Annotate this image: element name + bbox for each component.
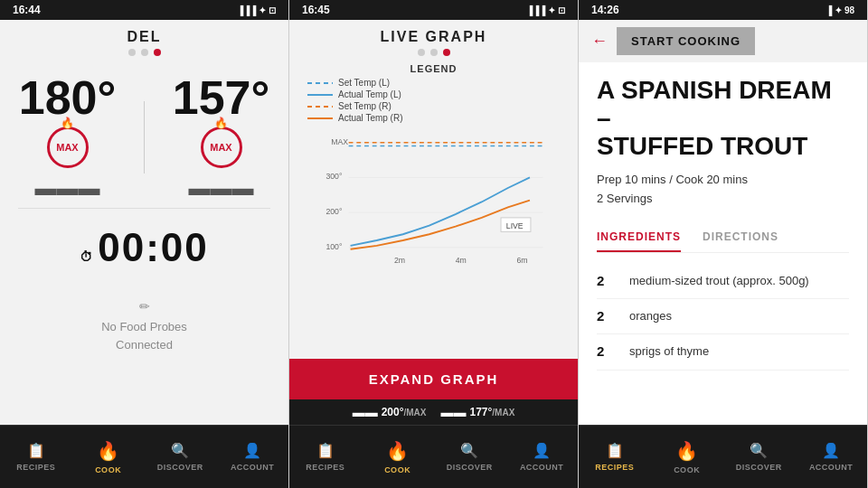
status-icons-2: ▐▐▐ ✦ ⊡ [526,5,565,15]
y-label-100: 100° [326,242,342,251]
nav-discover-2[interactable]: 🔍 DISCOVER [434,426,506,488]
nav-discover-1[interactable]: 🔍 DISCOVER [145,426,217,488]
ingredient-qty-3: 2 [597,343,615,359]
max-badge-right: MAX [201,127,242,168]
screen1-header: DEL [0,20,288,61]
start-cooking-button[interactable]: START COOKING [617,27,755,55]
nav-cook-label-2: COOK [384,465,410,474]
status-icons-3: ▐ ✦ 98 [826,5,854,15]
discover-icon-1: 🔍 [171,442,190,459]
status-bar-2: 16:45 ▐▐▐ ✦ ⊡ [289,0,578,20]
temp-right-block: 157° MAX ▬▬▬ [154,74,288,201]
recipe-meta: Prep 10 mins / Cook 20 mins 2 Servings [597,171,849,209]
nav-account-label-3: ACCOUNT [809,463,854,472]
ingredient-row-2: 2 oranges [597,299,849,334]
live-graph-svg: MAX 300° 200° 100° 2m 4m 6m LIVE [298,134,569,269]
dot-2 [141,49,148,56]
legend-line-4 [307,117,333,119]
x-label-4m: 4m [456,256,467,265]
cook-icon-2: 🔥 [386,440,410,462]
nav-account-label-1: ACCOUNT [231,463,275,472]
graph-area: MAX 300° 200° 100° 2m 4m 6m LIVE [289,130,578,359]
nav-cook-label-3: COOK [674,465,700,474]
temp-left-value: 180° [19,74,117,121]
nav-recipes-3[interactable]: 📋 RECIPES [579,426,651,488]
screen1-dots [0,49,288,56]
tab-ingredients[interactable]: INGREDIENTS [597,223,681,252]
nav-recipes-2[interactable]: 📋 RECIPES [289,426,362,488]
recipe-tabs: INGREDIENTS DIRECTIONS [597,223,849,253]
no-probes-text: ✏ No Food ProbesConnected [0,297,288,353]
readout-left-value: 200°/MAX [382,406,427,418]
status-bar-3: 14:26 ▐ ✦ 98 [579,0,867,20]
recipes-icon-1: 📋 [27,442,46,459]
dot-s2-1 [418,49,425,56]
nav-account-2[interactable]: 👤 ACCOUNT [505,426,578,488]
temp-left-block: 180° MAX ▬▬▬ [0,74,135,201]
y-label-max: MAX [331,137,348,146]
temp-divider [144,101,145,174]
timer-section: ⏱00:00 [18,208,270,279]
dot-3 [154,49,161,56]
legend-item-1: Set Temp (L) [307,78,560,88]
legend-item-3: Set Temp (R) [307,101,560,111]
top-bar: ← START COOKING [579,20,867,62]
legend-item-4: Actual Temp (R) [307,113,560,123]
y-label-300: 300° [326,172,342,181]
account-icon-2: 👤 [533,442,552,459]
nav-discover-label-2: DISCOVER [447,463,493,472]
back-button[interactable]: ← [591,32,608,51]
nav-recipes-label-3: RECIPES [595,463,634,472]
cook-icon-1: 🔥 [97,440,120,462]
legend-title: LEGEND [307,63,560,74]
readout-right-value: 177°/MAX [470,406,515,418]
recipes-icon-3: 📋 [606,442,625,459]
x-label-2m: 2m [394,256,405,265]
bottom-nav-2: 📋 RECIPES 🔥 COOK 🔍 DISCOVER 👤 ACCOUNT [289,425,578,488]
legend-line-1 [307,82,333,84]
ingredient-list: 2 medium-sized trout (approx. 500g) 2 or… [597,264,849,371]
nav-discover-3[interactable]: 🔍 DISCOVER [723,426,796,488]
screen2-title: LIVE GRAPH [289,29,578,45]
legend-line-3 [307,106,333,108]
status-time-2: 16:45 [302,4,330,16]
legend-line-2 [307,94,333,96]
recipe-title: A SPANISH DREAM –STUFFED TROUT [597,77,849,160]
nav-cook-3[interactable]: 🔥 COOK [651,426,723,488]
tab-directions[interactable]: DIRECTIONS [703,223,778,252]
bottom-nav-3: 📋 RECIPES 🔥 COOK 🔍 DISCOVER 👤 ACCOUNT [579,425,867,488]
grill-icon-readout-right: ▬▬ [441,405,467,419]
phone-screen-3: 14:26 ▐ ✦ 98 ← START COOKING A SPANISH D… [579,0,868,488]
discover-icon-3: 🔍 [750,442,769,459]
nav-account-3[interactable]: 👤 ACCOUNT [795,426,867,488]
nav-cook-1[interactable]: 🔥 COOK [72,426,145,488]
dot-1 [128,49,136,56]
expand-graph-btn[interactable]: EXPAND GRAPH [289,359,578,399]
recipes-icon-2: 📋 [316,442,335,459]
nav-account-1[interactable]: 👤 ACCOUNT [216,426,288,488]
grill-icon-right: ▬▬▬ [189,175,254,201]
nav-recipes-1[interactable]: 📋 RECIPES [0,426,72,488]
account-icon-3: 👤 [822,442,841,459]
ingredient-qty-1: 2 [597,273,615,288]
legend-section: LEGEND Set Temp (L) Actual Temp (L) Set … [289,60,578,130]
phone-screen-1: 16:44 ▐▐▐ ✦ ⊡ DEL 180° MAX ▬▬▬ 157° MAX … [0,0,289,488]
status-time-3: 14:26 [591,4,619,16]
temp-right-value: 157° [173,74,270,121]
ingredient-row-3: 2 sprigs of thyme [597,334,849,370]
timer-icon: ⏱ [80,249,94,264]
nav-cook-2[interactable]: 🔥 COOK [362,426,434,488]
grill-icon-left: ▬▬▬ [35,175,100,201]
cook-icon-3: 🔥 [675,440,699,462]
phone-screen-2: 16:45 ▐▐▐ ✦ ⊡ LIVE GRAPH LEGEND Set Temp… [289,0,579,488]
recipe-content: A SPANISH DREAM –STUFFED TROUT Prep 10 m… [579,62,867,425]
readout-right: ▬▬ 177°/MAX [441,405,515,419]
nav-account-label-2: ACCOUNT [520,463,564,472]
x-label-6m: 6m [516,256,527,265]
temp-display: 180° MAX ▬▬▬ 157° MAX ▬▬▬ [0,61,288,208]
nav-discover-label-1: DISCOVER [157,463,203,472]
nav-recipes-label-1: RECIPES [16,463,55,472]
ingredient-qty-2: 2 [597,308,615,324]
screen1-title: DEL [0,29,288,45]
status-time-1: 16:44 [13,4,41,16]
